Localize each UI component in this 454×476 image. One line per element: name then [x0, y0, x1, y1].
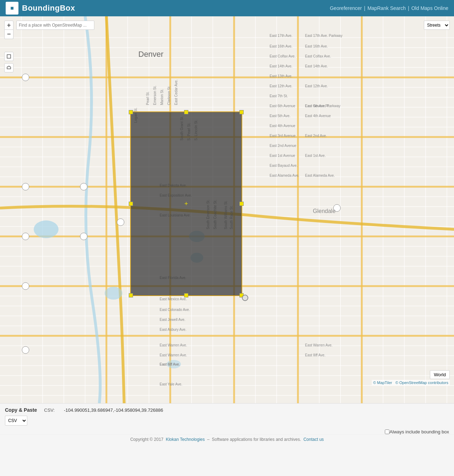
poly-icon — [6, 65, 11, 70]
svg-text:East Bayaud Ave.: East Bayaud Ave. — [270, 164, 298, 168]
footer-desc: Software applications for libraries and … — [212, 437, 301, 442]
svg-text:East Alameda Ave.: East Alameda Ave. — [305, 174, 335, 177]
always-include-checkbox[interactable] — [385, 430, 389, 434]
svg-point-82 — [117, 219, 124, 226]
footer-copyright: Copyright © 2017 — [130, 437, 164, 442]
svg-point-75 — [22, 74, 29, 81]
zoom-out-button[interactable]: − — [4, 30, 13, 39]
rectangle-tool-button[interactable] — [4, 52, 13, 61]
svg-point-74 — [167, 360, 181, 368]
logo-area: ■ BoundingBox — [6, 2, 75, 15]
svg-text:East 12th Ave.: East 12th Ave. — [305, 84, 328, 88]
svg-text:East Warren Ave.: East Warren Ave. — [160, 343, 187, 347]
svg-text:East 6th Ave. Parkway: East 6th Ave. Parkway — [305, 104, 340, 108]
svg-text:East Severn Pl.: East Severn Pl. — [305, 104, 330, 108]
svg-text:East Warren Ave.: East Warren Ave. — [305, 343, 332, 347]
map-container[interactable]: East 17th Ave. East 16th Ave. East Colfa… — [0, 16, 454, 403]
handle-mid-left[interactable] — [129, 202, 133, 206]
polygon-tool-button[interactable] — [4, 63, 13, 72]
maprank-link[interactable]: MapRank Search — [367, 5, 406, 11]
svg-point-76 — [22, 183, 29, 190]
svg-text:East Asbury Ave.: East Asbury Ave. — [160, 328, 186, 332]
glendale-label: Glendale — [313, 208, 336, 214]
format-select[interactable]: CSV JSON WKT URL — [5, 416, 27, 426]
copy-paste-label: Copy & Paste — [5, 407, 37, 413]
bottom-row-1: Copy & Paste CSV: -104.990051,39.686947,… — [0, 404, 454, 414]
osm-link[interactable]: © OpenStreetMap contributors — [395, 381, 448, 385]
maptiler-link[interactable]: © MapTiler — [373, 381, 392, 385]
georeferencer-link[interactable]: Georeferencer — [330, 5, 362, 11]
svg-text:East Cedar Ave.: East Cedar Ave. — [174, 80, 178, 105]
map-attribution: © MapTiler © OpenStreetMap contributors — [372, 380, 450, 385]
center-cross[interactable]: + — [184, 200, 188, 208]
svg-rect-138 — [7, 55, 11, 58]
svg-text:East Colfax Ave.: East Colfax Ave. — [270, 54, 295, 58]
csv-value: -104.990051,39.686947,-104.958094,39.726… — [64, 407, 449, 413]
svg-text:East 5th Ave.: East 5th Ave. — [270, 114, 290, 118]
svg-point-80 — [80, 183, 87, 190]
svg-point-83 — [333, 204, 340, 212]
svg-marker-139 — [7, 66, 11, 69]
handle-top-right[interactable] — [239, 110, 244, 114]
svg-text:East 1st Avenue: East 1st Avenue — [270, 154, 295, 158]
drag-point[interactable] — [242, 295, 248, 301]
handle-bottom-left[interactable] — [129, 293, 133, 297]
bottom-panel: Copy & Paste CSV: -104.990051,39.686947,… — [0, 403, 454, 476]
footer-row: Copyright © 2017 Klokan Technologies – S… — [0, 434, 454, 444]
svg-text:Emerson St.: Emerson St. — [153, 86, 157, 105]
handle-mid-right[interactable] — [239, 202, 244, 206]
svg-point-78 — [22, 283, 29, 290]
bounding-box-overlay[interactable]: + — [130, 111, 242, 296]
svg-text:East Iliff Ave.: East Iliff Ave. — [305, 353, 325, 357]
rect-icon — [6, 54, 11, 59]
search-input[interactable] — [16, 21, 94, 30]
search-input-wrap — [16, 21, 94, 30]
svg-text:East Mexico Ave.: East Mexico Ave. — [160, 297, 187, 301]
svg-text:East Iliff Ave.: East Iliff Ave. — [160, 362, 180, 366]
svg-text:Clarkson St.: Clarkson St. — [167, 86, 171, 105]
svg-text:East 4th Avenue: East 4th Avenue — [270, 124, 295, 128]
svg-text:East 2nd Avenue: East 2nd Avenue — [270, 144, 297, 148]
svg-text:East Colorado Ave.: East Colorado Ave. — [160, 308, 190, 312]
svg-point-77 — [22, 233, 29, 240]
svg-text:East 3rd Avenue: East 3rd Avenue — [270, 134, 296, 138]
map-type-selector[interactable]: Streets Satellite Hybrid — [424, 21, 450, 30]
contact-link[interactable]: Contact us — [303, 437, 323, 442]
svg-text:East 14th Ave.: East 14th Ave. — [270, 64, 292, 68]
svg-text:Marion St.: Marion St. — [160, 89, 164, 105]
logo-icon: ■ — [6, 2, 18, 15]
bottom-row-2: CSV JSON WKT URL — [0, 414, 454, 427]
nav-sep-1: | — [364, 5, 365, 11]
svg-text:Pearl St.: Pearl St. — [146, 92, 150, 105]
oldmaps-link[interactable]: Old Maps Online — [411, 5, 448, 11]
world-button[interactable]: World — [430, 370, 450, 379]
svg-text:East 2nd Ave.: East 2nd Ave. — [305, 134, 327, 138]
denver-label: Denver — [138, 50, 164, 59]
svg-text:East Colfax Ave.: East Colfax Ave. — [305, 54, 331, 58]
svg-text:East 1st Ave.: East 1st Ave. — [305, 154, 326, 158]
svg-text:East 17th Ave. Parkway: East 17th Ave. Parkway — [305, 34, 342, 38]
map-type-select-input[interactable]: Streets Satellite Hybrid — [424, 21, 450, 30]
svg-text:East Jewell Ave.: East Jewell Ave. — [160, 318, 186, 322]
svg-text:East Iliff Ave.: East Iliff Ave. — [160, 362, 180, 366]
klokan-link[interactable]: Klokan Technologies — [166, 437, 205, 442]
svg-text:East 4th Avenue: East 4th Avenue — [305, 114, 331, 118]
svg-text:East Alameda Ave.: East Alameda Ave. — [270, 174, 299, 177]
svg-text:East 7th St.: East 7th St. — [270, 94, 288, 98]
zoom-in-button[interactable]: + — [4, 21, 13, 30]
header: ■ BoundingBox Georeferencer | MapRank Se… — [0, 0, 454, 16]
nav-links: Georeferencer | MapRank Search | Old Map… — [330, 5, 448, 11]
svg-point-70 — [34, 220, 59, 238]
svg-point-79 — [22, 346, 29, 354]
svg-text:East 16th Ave.: East 16th Ave. — [270, 44, 292, 48]
svg-text:East 14th Ave.: East 14th Ave. — [305, 64, 328, 68]
handle-bottom-mid[interactable] — [184, 293, 188, 297]
handle-top-mid[interactable] — [184, 110, 188, 114]
logo-text: BoundingBox — [22, 4, 75, 13]
svg-text:East 17th Ave.: East 17th Ave. — [270, 34, 292, 38]
handle-top-left[interactable] — [129, 110, 133, 114]
csv-label: CSV: — [44, 407, 57, 413]
svg-point-71 — [105, 287, 122, 300]
nav-sep-2: | — [408, 5, 409, 11]
svg-point-81 — [80, 233, 87, 240]
